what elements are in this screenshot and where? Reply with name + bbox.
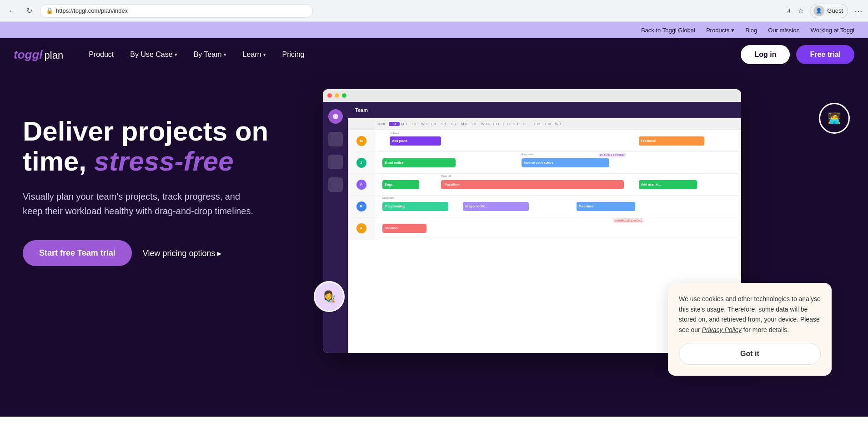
nav-pricing[interactable]: Pricing <box>282 50 305 59</box>
task-bar-freelance: Freelance <box>577 202 635 211</box>
task-bar-add-plans: Add plans <box>390 136 441 146</box>
timeline-row-ryan: R Trip planning Marketing In app notific… <box>348 196 741 217</box>
mockup-content-header: Team <box>348 102 741 118</box>
hero-buttons: Start free Team trial View pricing optio… <box>23 240 305 266</box>
task-bar-vacation: Vacation <box>441 180 624 189</box>
products-label: Products <box>706 27 729 34</box>
task-bar-invoice: Invoice contractors <box>522 158 609 167</box>
browser-right-controls: 𝐴 ☆ 👤 Guest ⋯ <box>787 4 863 18</box>
start-trial-button[interactable]: Start free Team trial <box>23 240 132 266</box>
nav-use-case[interactable]: By Use Case ▾ <box>130 50 177 59</box>
by-team-chevron-icon: ▾ <box>224 52 226 58</box>
nav-learn[interactable]: Learn ▾ <box>243 50 266 59</box>
address-bar-container: 🔒 https://toggl.com/plan/index <box>40 4 782 18</box>
more-icon[interactable]: ⋯ <box>854 6 863 16</box>
task-bar-add-user: Add user in... <box>639 180 697 189</box>
lock-icon: 🔒 <box>46 7 53 14</box>
top-bar: Back to Toggl Global Products ▾ Blog Our… <box>0 22 868 38</box>
bookmark-icon[interactable]: ☆ <box>798 6 804 15</box>
floating-avatar-designer: 👩‍🎨 Designer <box>314 281 345 312</box>
view-pricing-button[interactable]: View pricing options ▸ <box>143 248 222 258</box>
cookie-banner: We use cookies and other technologies to… <box>668 283 832 376</box>
task-bar-facebook: Facebook <box>639 136 705 146</box>
hero-title-line1: Deliver projects on <box>23 116 268 146</box>
hero-visual: Team JUNE T4 M 1 T 2 W 3 F 5 S 6 <box>305 98 845 389</box>
use-case-chevron-icon: ▾ <box>175 52 177 58</box>
logo-toggl: toggl <box>14 48 43 62</box>
avatar-maya: M <box>356 136 366 146</box>
back-to-global-link[interactable]: Back to Toggl Global <box>641 27 695 34</box>
privacy-policy-link[interactable]: Privacy Policy <box>702 326 742 333</box>
refresh-button[interactable]: ↻ <box>23 5 35 17</box>
working-link[interactable]: Working at Toggl <box>811 27 854 34</box>
guest-profile[interactable]: 👤 Guest <box>810 4 848 18</box>
task-bar-bugs: Bugs <box>382 180 419 189</box>
mockup-titlebar <box>323 89 741 102</box>
row-bars-ryan: Trip planning Marketing In app notific..… <box>375 196 741 217</box>
svg-point-0 <box>333 114 338 119</box>
products-link[interactable]: Products ▾ <box>706 27 734 34</box>
avatar-josh: J <box>356 158 366 168</box>
avatar-arlis: A <box>356 180 366 190</box>
row-bars-maya: Add plans UI fixes Facebook <box>375 130 741 151</box>
timeline-row-arlis: A Bugs Vacation Time off <box>348 174 741 196</box>
timeline-row-maya: M Add plans UI fixes Facebook <box>348 130 741 152</box>
sidebar-logo <box>328 109 343 124</box>
row-bars-josh: Email notice Invoice contractors Payment… <box>375 152 741 173</box>
task-bar-in-app: In app notific... <box>463 202 529 211</box>
maximize-dot <box>342 93 346 98</box>
sidebar-icon-2 <box>328 155 343 169</box>
guest-label: Guest <box>827 7 843 14</box>
floating-avatar-developer: 🧑‍💻 Developer <box>819 103 850 134</box>
milestone-label: PLAN MILESTONE <box>598 153 626 157</box>
hero-section: Deliver projects on time, stress-free Vi… <box>0 71 868 417</box>
browser-chrome: ← ↻ 🔒 https://toggl.com/plan/index 𝐴 ☆ 👤… <box>0 0 868 22</box>
learn-chevron-icon: ▾ <box>263 52 266 58</box>
task-bar-vacation2: Vacation <box>382 224 426 233</box>
cookie-text: We use cookies and other technologies to… <box>679 294 821 335</box>
hero-title: Deliver projects on time, stress-free <box>23 116 305 176</box>
timeline-row-afra: A Vacation COSMIC MILESTONE <box>348 217 741 239</box>
address-bar[interactable]: 🔒 https://toggl.com/plan/index <box>40 4 313 18</box>
products-chevron-icon: ▾ <box>731 27 734 34</box>
back-button[interactable]: ← <box>5 5 18 17</box>
avatar-afra: A <box>356 223 366 233</box>
main-nav: toggl plan Product By Use Case ▾ By Team… <box>0 38 868 71</box>
row-bars-afra: Vacation COSMIC MILESTONE <box>375 217 741 239</box>
timeline-header: JUNE T4 M 1 T 2 W 3 F 5 S 6 S 7 M 8 T 9 … <box>348 118 741 130</box>
login-button[interactable]: Log in <box>741 45 790 64</box>
font-icon: 𝐴 <box>787 7 791 15</box>
hero-content: Deliver projects on time, stress-free Vi… <box>23 98 305 389</box>
logo-plan: plan <box>45 50 64 61</box>
blog-link[interactable]: Blog <box>745 27 757 34</box>
got-it-button[interactable]: Got it <box>679 343 821 365</box>
sidebar-icon-3 <box>328 177 343 192</box>
close-dot <box>327 93 332 98</box>
avatar: 👤 <box>813 5 824 16</box>
mission-link[interactable]: Our mission <box>768 27 799 34</box>
free-trial-button[interactable]: Free trial <box>796 45 854 64</box>
row-bars-arlis: Bugs Vacation Time off Add user in... <box>375 174 741 195</box>
hero-title-accent: stress-free <box>94 146 234 176</box>
sidebar-icon-1 <box>328 132 343 146</box>
logo[interactable]: toggl plan <box>14 48 63 62</box>
url-text: https://toggl.com/plan/index <box>56 7 128 14</box>
milestone2-label: COSMIC MILESTONE <box>613 218 644 223</box>
nav-by-team[interactable]: By Team ▾ <box>194 50 226 59</box>
timeline-row-josh: J Email notice Invoice contractors Payme… <box>348 152 741 174</box>
task-bar-trip: Trip planning <box>382 202 448 211</box>
nav-product[interactable]: Product <box>89 50 114 59</box>
minimize-dot <box>335 93 339 98</box>
mockup-sidebar <box>323 102 348 353</box>
task-bar-email: Email notice <box>382 158 456 167</box>
hero-title-line2: time, <box>23 146 86 176</box>
hero-subtitle: Visually plan your team's projects, trac… <box>23 189 259 218</box>
nav-right: Log in Free trial <box>741 45 854 64</box>
avatar-ryan: R <box>356 201 366 211</box>
mockup-team-label: Team <box>355 107 368 113</box>
